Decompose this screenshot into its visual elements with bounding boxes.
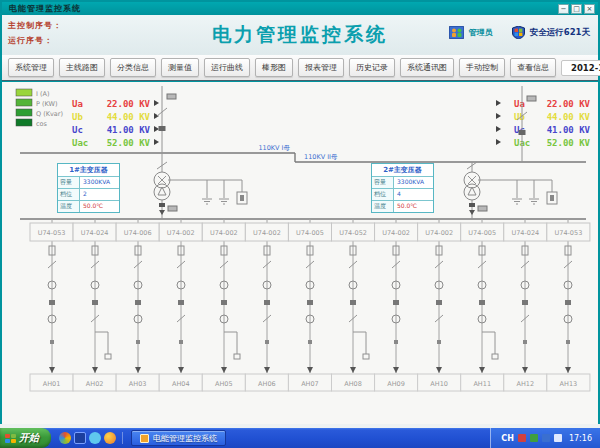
taskbar: 开始 电能管理监控系统 CH 17:16 [0,428,600,448]
info-value: 2 [80,189,119,200]
diagram-shape [16,99,32,106]
transformer-infobox-1: 1#主变压器容量3300KVA档位2温度50.0℃ [57,163,120,213]
diagram-shape [436,367,442,373]
diagram-shape [159,126,166,131]
feeder-label: U74-002 [253,229,281,237]
diagram-shape [234,354,240,359]
diagram-shape [519,130,526,135]
bus-label: 110KV I母 [258,144,290,152]
app-window: 电能管理监控系统 − □ × 主控制序号： 运行序号： 电力管理监控系统 管理员 [0,0,600,448]
info-label: 容量 [58,177,80,188]
transformer-info-row: 容量3300KVA [58,176,119,188]
transformer-infobox-2: 2#主变压器容量3300KVA档位4温度50.0℃ [371,163,434,213]
diagram-shape [393,300,399,305]
quick-launch-icon[interactable] [74,432,86,444]
voltage-name: Uc [72,125,83,135]
feeder-label: U74-053 [554,229,582,237]
toolbar: 系统管理主线路图分类信息测量值运行曲线棒形图报表管理历史记录系统通讯图手动控制查… [2,55,598,81]
bay-label: AH07 [301,380,319,388]
diagram-shape [522,367,528,373]
tray-icon[interactable] [554,434,562,442]
diagram-shape [527,96,536,101]
tray-icon[interactable] [542,434,550,442]
language-indicator[interactable]: CH [501,434,514,443]
diagram-shape [135,367,141,373]
toolbar-button-manual-control[interactable]: 手动控制 [459,58,505,77]
start-button[interactable]: 开始 [0,428,51,448]
diagram-shape [49,367,55,373]
admin-role-label: 管理员 [469,27,493,38]
quick-launch-icon[interactable] [59,432,71,444]
feeder-label: U74-024 [511,229,539,237]
voltage-name: Ua [514,99,525,109]
info-label: 温度 [58,201,80,212]
feeder-label: U74-005 [296,229,324,237]
toolbar-button-view-info[interactable]: 查看信息 [510,58,556,77]
maximize-button[interactable]: □ [571,4,582,14]
toolbar-button-report-management[interactable]: 报表管理 [298,58,344,77]
voltage-value: 41.00 KV [107,125,151,135]
bay-label: AH09 [387,380,405,388]
diagram-shape [523,340,527,344]
legend-label: I (A) [36,90,50,98]
toolbar-button-bar-chart[interactable]: 棒形图 [255,58,293,77]
voltage-value: 44.00 KV [107,112,151,122]
diagram-shape [550,195,554,201]
bay-label: AH04 [172,380,190,388]
minimize-button[interactable]: − [558,4,569,14]
transformer-info-row: 温度50.0℃ [372,200,433,212]
feeder-label: U74-002 [210,229,238,237]
diagram-shape [478,206,487,211]
quick-launch-icon[interactable] [104,432,116,444]
master-serial-label: 主控制序号： [8,20,62,31]
diagram-shape [154,139,159,145]
tray-clock: 17:16 [569,434,592,443]
diagram-shape [179,340,183,344]
taskbar-app-button[interactable]: 电能管理监控系统 [131,430,226,446]
voltage-name: Ub [72,112,83,122]
toolbar-button-system-comm-diagram[interactable]: 系统通讯图 [400,58,454,77]
toolbar-button-measurements[interactable]: 测量值 [161,58,199,77]
toolbar-button-run-curve[interactable]: 运行曲线 [204,58,250,77]
close-button[interactable]: × [584,4,595,14]
single-line-diagram-panel: I (A)P (KW)Q (Kvar)cosUa22.00 KVUb44.00 … [2,82,598,424]
diagram-shape [240,195,244,201]
feeder-label: U74-006 [124,229,152,237]
page-title: 电力管理监控系统 [212,22,388,48]
diagram-shape [469,203,475,207]
single-line-diagram: I (A)P (KW)Q (Kvar)cosUa22.00 KVUb44.00 … [2,82,598,424]
diagram-shape [437,340,441,344]
feeder-label: U74-053 [38,229,66,237]
toolbar-button-history-records[interactable]: 历史记录 [349,58,395,77]
toolbar-button-main-line-diagram[interactable]: 主线路图 [59,58,105,77]
diagram-shape [496,139,501,145]
diagram-shape [350,300,356,305]
diagram-shape [469,210,475,215]
toolbar-button-category-info[interactable]: 分类信息 [110,58,156,77]
bay-label: AH11 [473,380,491,388]
feeder-label: U74-002 [167,229,195,237]
diagram-shape [221,300,227,305]
diagram-shape [135,300,141,305]
diagram-shape [496,100,501,106]
transformer-title: 1#主变压器 [58,164,119,176]
info-value: 4 [394,189,433,200]
toolbar-button-system-management[interactable]: 系统管理 [8,58,54,77]
info-value: 3300KVA [394,177,433,188]
tray-icon[interactable] [518,434,526,442]
run-serial-label: 运行序号： [8,35,53,46]
diagram-shape [350,367,356,373]
window-title: 电能管理监控系统 [2,3,81,14]
diagram-shape [168,206,177,211]
bay-label: AH03 [129,380,147,388]
info-label: 档位 [58,189,80,200]
transformer-title: 2#主变压器 [372,164,433,176]
diagram-shape [522,300,528,305]
bay-label: AH10 [430,380,448,388]
diagram-shape [496,126,501,132]
bay-label: AH05 [215,380,233,388]
tray-icon[interactable] [530,434,538,442]
diagram-shape [50,340,54,344]
quick-launch-icon[interactable] [89,432,101,444]
diagram-shape [265,340,269,344]
